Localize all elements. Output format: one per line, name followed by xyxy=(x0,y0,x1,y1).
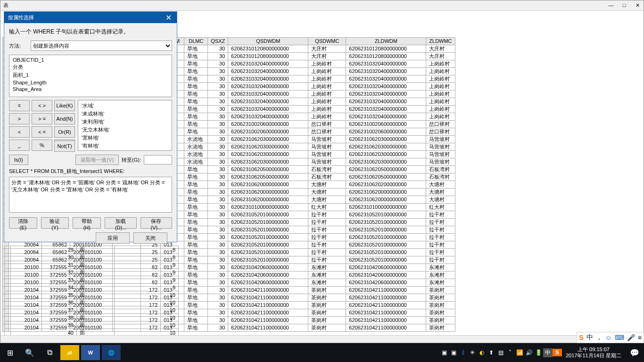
dialog-titlebar: 按属性选择 ✕ xyxy=(4,12,177,23)
table-row[interactable]: 29面8 xyxy=(5,246,179,254)
is-button[interactable]: Is(I) xyxy=(9,155,28,165)
field-item[interactable]: Shape_Length xyxy=(12,79,169,86)
clear-button[interactable]: 清除(E) xyxy=(9,217,37,229)
goto-label: 转至(G): xyxy=(122,156,141,164)
op-like-button[interactable]: Like(K) xyxy=(54,100,75,111)
task-view-icon[interactable]: ⧉ xyxy=(40,343,59,362)
tray-icon-2[interactable]: ▣ xyxy=(449,349,458,356)
table-row[interactable]: 33面9 xyxy=(5,276,179,284)
value-item[interactable]: '有林地' xyxy=(81,142,169,150)
column-header[interactable]: DLMC xyxy=(184,38,208,45)
op-ne-button[interactable]: < > xyxy=(32,100,52,111)
unique-values-list[interactable]: '水域''未成林地''未利用地''无立木林地''宜林地''有林地' xyxy=(78,100,172,151)
clock-time: 上午 09:15:07 xyxy=(566,346,621,353)
op-gt-button[interactable]: > xyxy=(9,113,30,124)
tray-icon-3[interactable]: ◐ xyxy=(477,349,487,356)
op-lt-button[interactable]: < xyxy=(9,126,30,138)
table-row[interactable]: 37面10 xyxy=(5,306,179,314)
goto-input[interactable] xyxy=(144,155,172,165)
load-button[interactable]: 加载(D)... xyxy=(105,217,137,229)
wifi-icon[interactable]: 📶 xyxy=(515,349,524,356)
ime-mic-icon[interactable]: 🎤 xyxy=(627,334,635,341)
clock[interactable]: 上午 09:15:07 2017年11月14日 星期二 xyxy=(562,346,625,359)
chevron-up-icon[interactable]: ˄ xyxy=(505,349,515,356)
dialog-title: 按属性选择 xyxy=(8,14,164,21)
tray-icon-1[interactable]: ▣ xyxy=(439,349,449,356)
table-row[interactable]: 38面10 xyxy=(5,314,179,321)
arcmap-icon[interactable]: 🌐 xyxy=(102,345,121,360)
notification-icon[interactable]: 💬 xyxy=(625,348,644,357)
value-item[interactable]: '宜林地' xyxy=(81,134,169,142)
explorer-icon[interactable]: 📁 xyxy=(60,345,79,360)
horizontal-scrollbar[interactable] xyxy=(0,335,644,343)
clock-date: 2017年11月14日 星期二 xyxy=(566,353,621,359)
method-select[interactable]: 创建新选择内容 xyxy=(31,41,172,51)
bluetooth-icon[interactable]: ᛒ xyxy=(458,349,468,356)
close-icon[interactable]: ✕ xyxy=(634,2,641,8)
sogou-tray-icon[interactable]: S xyxy=(553,349,562,356)
search-icon[interactable]: 🔍 xyxy=(20,343,40,362)
field-item[interactable]: OBJECTID_1 xyxy=(12,57,169,63)
network-icon[interactable]: ✳ xyxy=(468,349,477,356)
ime-keyboard-icon[interactable]: ⌨ xyxy=(615,334,624,341)
field-item[interactable]: Shape_Area xyxy=(12,86,169,92)
column-header[interactable]: ZLDWMC xyxy=(426,38,455,45)
value-item[interactable]: '水域' xyxy=(81,102,169,110)
op-ge-button[interactable]: > = xyxy=(32,113,52,124)
volume-icon[interactable]: 🔊 xyxy=(524,349,534,356)
ime-punct-icon[interactable]: ， xyxy=(596,333,603,342)
get-unique-button[interactable]: 获取唯一值(V) xyxy=(75,155,119,165)
window-title: 表 xyxy=(3,2,608,9)
select-by-attributes-dialog: 按属性选择 ✕ 输入一个 WHERE 子句以在表窗口中选择记录。 方法: 创建新… xyxy=(4,11,177,242)
ime-zhong[interactable]: 中 xyxy=(586,333,593,342)
table-row[interactable]: 32面9 xyxy=(5,269,179,276)
table-row[interactable]: 30面8 xyxy=(5,254,179,261)
table-row[interactable]: 34面9 xyxy=(5,284,179,291)
table-row[interactable]: 39面10 xyxy=(5,321,179,329)
op-le-button[interactable]: < = xyxy=(32,126,52,138)
dialog-prompt: 输入一个 WHERE 子句以在表窗口中选择记录。 xyxy=(9,28,172,36)
select-from-label: SELECT * FROM DLTB_耕地_Intersect1 WHERE: xyxy=(9,168,172,175)
word-icon[interactable]: W xyxy=(81,345,100,360)
ime-menu-icon[interactable]: ≡ xyxy=(638,334,642,341)
field-list[interactable]: OBJECTID_1分类面积_1Shape_LengthShape_Area xyxy=(9,55,172,97)
tray-icon-5[interactable]: ▤ xyxy=(496,349,505,356)
op-and-button[interactable]: And(N) xyxy=(54,113,75,124)
close-button[interactable]: 关闭 xyxy=(133,232,167,244)
dialog-close-button[interactable]: ✕ xyxy=(164,13,173,22)
column-header[interactable]: QSXZ xyxy=(208,38,228,45)
table-row[interactable]: 31面9 xyxy=(5,261,179,269)
battery-icon[interactable]: 🔋 xyxy=(534,349,543,356)
op-eq-button[interactable]: = xyxy=(9,100,30,111)
minimize-icon[interactable]: — xyxy=(608,2,614,8)
save-button[interactable]: 保存(V)... xyxy=(140,217,172,229)
where-clause-input[interactable] xyxy=(9,177,172,213)
maximize-icon[interactable]: □ xyxy=(621,2,627,8)
left-table-fragment: 29面830面831面932面933面934面935面1036面1037面103… xyxy=(4,246,179,337)
ime-smile-icon[interactable]: ☺ xyxy=(605,334,612,341)
value-item[interactable]: '未利用地' xyxy=(81,118,169,126)
op-or-button[interactable]: Or(R) xyxy=(54,126,75,138)
op-not-button[interactable]: Not(T) xyxy=(54,140,75,152)
field-item[interactable]: 面积_1 xyxy=(12,71,169,79)
value-item[interactable]: '无立木林地' xyxy=(81,126,169,134)
titlebar: 表 — □ ✕ xyxy=(0,0,644,11)
value-item[interactable]: '未成林地' xyxy=(81,110,169,118)
verify-button[interactable]: 验证(Y) xyxy=(41,217,69,229)
method-label: 方法: xyxy=(9,42,27,49)
table-row[interactable]: 36面10 xyxy=(5,299,179,306)
column-header[interactable]: ZLDWDM xyxy=(346,38,426,45)
field-item[interactable]: 分类 xyxy=(12,63,169,71)
column-header[interactable]: QSDWMC xyxy=(308,38,346,45)
start-button[interactable]: ⊞ xyxy=(0,343,20,362)
taskbar: ⊞ 🔍 ⧉ 📁 W 🌐 ▣ ▣ ᛒ ✳ ◐ ⬆ ▤ ˄ 📶 🔊 🔋 中 S 上午… xyxy=(0,343,644,362)
ime-indicator[interactable]: 中 xyxy=(543,348,553,357)
sogou-logo-icon: S xyxy=(579,334,583,341)
column-header[interactable]: QSDWDM xyxy=(228,38,308,45)
tray-icon-4[interactable]: ⬆ xyxy=(487,349,496,356)
apply-button[interactable]: 应用 xyxy=(96,232,130,244)
help-button[interactable]: 帮助(H) xyxy=(73,217,101,229)
table-row[interactable]: 35面10 xyxy=(5,291,179,299)
ime-toolbar[interactable]: S 中 ， ☺ ⌨ 🎤 ≡ xyxy=(577,332,644,343)
